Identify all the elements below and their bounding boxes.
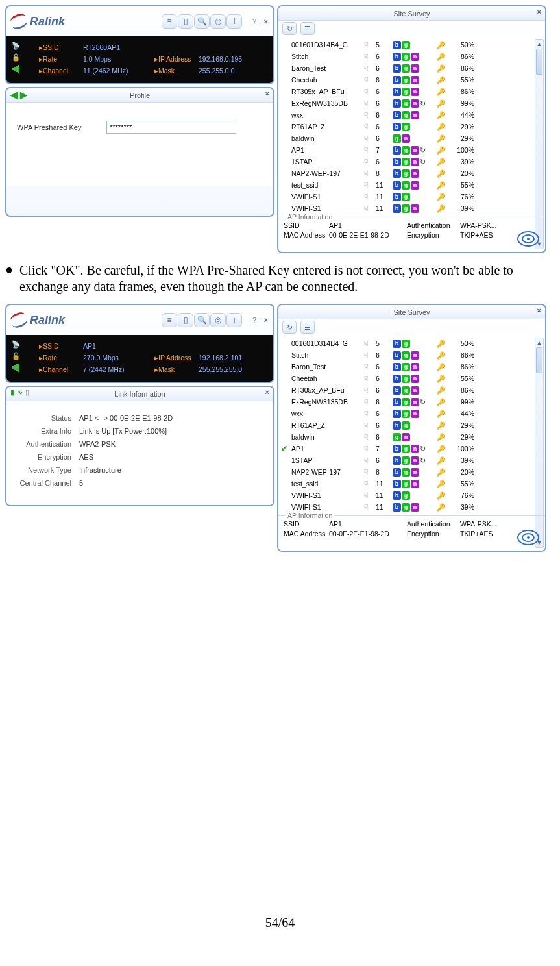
network-row[interactable]: ExRegNW3135DB☟6bgn↻🔑99%: [281, 97, 533, 109]
site-survey-window-1: Site Survey × ↻ ☰ 001601D314B4_G☟5bg🔑50%…: [277, 5, 546, 253]
network-row[interactable]: ExRegNW3135DB☟6bgn↻🔑99%: [281, 396, 533, 408]
nav-fwd-icon[interactable]: ▶: [20, 90, 27, 100]
network-row[interactable]: RT305x_AP_BFu☟6bgn🔑86%: [281, 384, 533, 396]
ralink-logo: Ralink: [10, 13, 65, 30]
toolbar-gear-icon[interactable]: ◎: [210, 313, 226, 327]
network-row[interactable]: Baron_Test☟6bgn🔑86%: [281, 361, 533, 373]
security-key-icon: 🔑: [437, 134, 448, 143]
survey-listview-icon[interactable]: ☰: [300, 321, 315, 334]
network-row[interactable]: NAP2-WEP-197☟8bgn🔑20%: [281, 167, 533, 179]
signal-percent: 50%: [448, 41, 474, 49]
network-row[interactable]: ✔AP1☟7bgn↻🔑100%: [281, 443, 533, 454]
linkinfo-label: Extra Info: [14, 427, 79, 435]
network-row[interactable]: test_ssid☟11bgn🔑55%: [281, 478, 533, 489]
hand-pointer-icon: ☟: [364, 41, 376, 49]
network-row[interactable]: 1STAP☟6bgn↻🔑39%: [281, 454, 533, 466]
toolbar-list-icon[interactable]: ≡: [162, 14, 177, 29]
site-survey-title: Site Survey: [393, 10, 430, 18]
channel-value: 7 (2442 MHz): [83, 365, 154, 373]
mode-g-badge: g: [402, 193, 410, 201]
toolbar-list-icon[interactable]: ≡: [162, 313, 177, 327]
network-row[interactable]: wxx☟6bgn🔑44%: [281, 408, 533, 419]
network-ssid: baldwin: [291, 433, 364, 441]
toolbar-gear-icon[interactable]: ◎: [210, 14, 226, 29]
toolbar-doc-icon[interactable]: ▯: [178, 313, 193, 327]
help-icon[interactable]: ?: [252, 316, 256, 324]
mode-n-badge: n: [411, 111, 419, 119]
mode-n-badge: n: [411, 480, 419, 488]
network-row[interactable]: RT305x_AP_BFu☟6bgn🔑86%: [281, 86, 533, 97]
network-row[interactable]: wxx☟6bgn🔑44%: [281, 109, 533, 121]
rate-label: Rate: [43, 354, 57, 362]
network-row[interactable]: VWIFI-S1☟11bg🔑76%: [281, 489, 533, 501]
security-key-icon: 🔑: [437, 398, 448, 406]
survey-close-icon[interactable]: ×: [537, 306, 541, 314]
survey-refresh-icon[interactable]: ↻: [282, 22, 297, 35]
signal-percent: 20%: [448, 468, 474, 476]
close-icon[interactable]: ×: [264, 316, 268, 324]
apinfo-auth-label: Authentication: [407, 221, 460, 229]
mode-g-badge: g: [402, 503, 410, 512]
network-row[interactable]: 1STAP☟6bgn↻🔑39%: [281, 156, 533, 167]
mode-badges: bgn: [393, 169, 437, 178]
network-row[interactable]: Stitch☟6bgn🔑86%: [281, 51, 533, 62]
network-row[interactable]: RT61AP_Z☟6bg🔑29%: [281, 419, 533, 431]
network-channel: 11: [376, 204, 393, 212]
lock-open-icon: 🔓: [10, 351, 21, 361]
apinfo-ssid-value: AP1: [329, 520, 407, 528]
linkinfo-doc-icon[interactable]: ▯: [25, 388, 29, 397]
hand-pointer-icon: ☟: [364, 480, 376, 488]
survey-network-list[interactable]: 001601D314B4_G☟5bg🔑50%Stitch☟6bgn🔑86%Bar…: [278, 36, 545, 217]
close-icon[interactable]: ×: [264, 18, 268, 25]
scroll-up-icon[interactable]: ▲: [535, 40, 543, 49]
linkinfo-rss-icon[interactable]: ▮: [10, 388, 14, 397]
wpa-psk-input[interactable]: [106, 121, 236, 134]
scroll-up-icon[interactable]: ▲: [535, 338, 543, 347]
network-row[interactable]: Stitch☟6bgn🔑86%: [281, 349, 533, 361]
mode-b-badge: b: [393, 158, 401, 166]
apinfo-ssid-label: SSID: [284, 520, 329, 528]
mode-n-badge: n: [402, 433, 410, 441]
linkinfo-close-icon[interactable]: ×: [265, 388, 269, 396]
network-row[interactable]: NAP2-WEP-197☟8bgn🔑20%: [281, 466, 533, 478]
network-row[interactable]: 001601D314B4_G☟5bg🔑50%: [281, 338, 533, 349]
network-row[interactable]: Cheetah☟6bgn🔑55%: [281, 373, 533, 384]
network-row[interactable]: baldwin☟6gn🔑29%: [281, 132, 533, 144]
network-row[interactable]: RT61AP_Z☟6bg🔑29%: [281, 121, 533, 132]
mode-n-badge: n: [411, 204, 419, 213]
linkinfo-wave-icon[interactable]: ∿: [17, 388, 23, 397]
security-key-icon: 🔑: [437, 340, 448, 348]
security-key-icon: 🔑: [437, 53, 448, 61]
network-row[interactable]: 001601D314B4_G☟5bg🔑50%: [281, 39, 533, 51]
survey-listview-icon[interactable]: ☰: [300, 22, 315, 35]
survey-network-list-2[interactable]: 001601D314B4_G☟5bg🔑50%Stitch☟6bgn🔑86%Bar…: [278, 335, 545, 515]
network-row[interactable]: AP1☟7bgn↻🔑100%: [281, 144, 533, 156]
network-row[interactable]: VWIFI-S1☟11bg🔑76%: [281, 191, 533, 203]
mode-b-badge: b: [393, 480, 401, 488]
mask-value: 255.255.0.0: [199, 67, 234, 75]
linkinfo-label: Authentication: [14, 440, 79, 448]
network-row[interactable]: baldwin☟6gn🔑29%: [281, 431, 533, 443]
help-icon[interactable]: ?: [252, 18, 256, 25]
toolbar-search-icon[interactable]: 🔍: [194, 14, 210, 29]
wps-refresh-icon: ↻: [420, 445, 426, 453]
network-channel: 6: [376, 134, 393, 142]
network-row[interactable]: Cheetah☟6bgn🔑55%: [281, 74, 533, 86]
toolbar-search-icon[interactable]: 🔍: [194, 313, 210, 327]
network-ssid: Cheetah: [291, 375, 364, 382]
mode-g-badge: g: [402, 181, 410, 190]
mode-badges: bg: [393, 193, 437, 201]
survey-refresh-icon[interactable]: ↻: [282, 321, 297, 334]
scroll-thumb[interactable]: [536, 49, 542, 75]
toolbar-info-icon[interactable]: i: [226, 313, 242, 327]
toolbar-info-icon[interactable]: i: [226, 14, 242, 29]
survey-close-icon[interactable]: ×: [537, 8, 541, 16]
mode-n-badge: n: [411, 386, 419, 395]
network-row[interactable]: test_ssid☟11bgn🔑55%: [281, 179, 533, 191]
nav-back-icon[interactable]: ◀: [10, 90, 18, 100]
toolbar-doc-icon[interactable]: ▯: [178, 14, 193, 29]
scroll-thumb[interactable]: [536, 347, 542, 373]
mode-n-badge: n: [411, 363, 419, 371]
network-row[interactable]: Baron_Test☟6bgn🔑86%: [281, 62, 533, 74]
profile-close-icon[interactable]: ×: [265, 90, 269, 97]
